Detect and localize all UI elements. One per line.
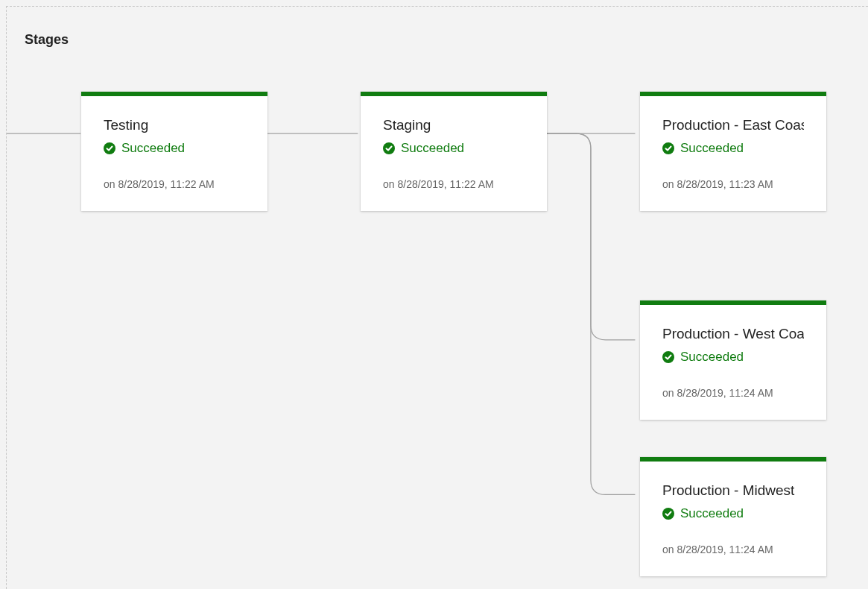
stage-card-testing[interactable]: Testing Succeeded on 8/28/2019, 11:22 AM	[81, 92, 267, 211]
stage-card-production-east[interactable]: Production - East Coast Succeeded on 8/2…	[640, 92, 826, 211]
stage-status: Succeeded	[662, 506, 804, 521]
success-icon	[383, 142, 395, 154]
stage-title: Production - East Coast	[662, 117, 804, 133]
pipeline-canvas: Testing Succeeded on 8/28/2019, 11:22 AM…	[7, 7, 868, 589]
stage-timestamp: on 8/28/2019, 11:24 AM	[662, 544, 804, 555]
stage-status-text: Succeeded	[121, 141, 185, 156]
stage-timestamp: on 8/28/2019, 11:22 AM	[104, 178, 245, 190]
stage-timestamp: on 8/28/2019, 11:23 AM	[662, 178, 804, 190]
success-icon	[662, 508, 674, 520]
stage-status-text: Succeeded	[680, 350, 744, 365]
success-icon	[104, 142, 115, 154]
stage-status-text: Succeeded	[680, 506, 744, 521]
stage-status-text: Succeeded	[680, 141, 744, 156]
stage-timestamp: on 8/28/2019, 11:22 AM	[383, 178, 525, 190]
stage-status: Succeeded	[104, 141, 245, 156]
stage-card-staging[interactable]: Staging Succeeded on 8/28/2019, 11:22 AM	[361, 92, 547, 211]
success-icon	[662, 142, 674, 154]
stage-status: Succeeded	[383, 141, 525, 156]
stage-status: Succeeded	[662, 350, 804, 365]
stages-panel: Stages Testing Succeeded on 8/28/2019, 1…	[6, 6, 868, 589]
stage-title: Testing	[104, 117, 245, 133]
stage-status: Succeeded	[662, 141, 804, 156]
stage-title: Production - West Coast	[662, 326, 804, 342]
stage-timestamp: on 8/28/2019, 11:24 AM	[662, 387, 804, 399]
stage-card-production-west[interactable]: Production - West Coast Succeeded on 8/2…	[640, 300, 826, 420]
stage-card-production-midwest[interactable]: Production - Midwest Succeeded on 8/28/2…	[640, 457, 826, 576]
stage-status-text: Succeeded	[401, 141, 464, 156]
stage-title: Staging	[383, 117, 525, 133]
stage-title: Production - Midwest	[662, 482, 804, 499]
success-icon	[662, 351, 674, 363]
